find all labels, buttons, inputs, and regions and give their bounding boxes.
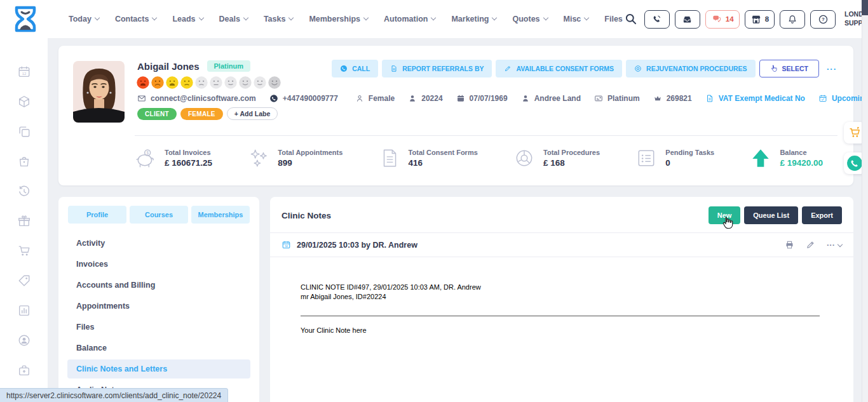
piggy-bank-icon: $ (135, 147, 156, 169)
call-button[interactable]: CALL (332, 60, 378, 77)
profile-more-button[interactable]: ··· (823, 64, 841, 74)
gift-icon[interactable] (17, 214, 31, 228)
scrollbar-thumb[interactable] (862, 0, 868, 15)
briefcase-icon[interactable] (17, 363, 31, 377)
client-membership: Platinum (594, 94, 640, 103)
tab-profile[interactable]: Profile (68, 206, 126, 224)
svg-text:12: 12 (285, 245, 287, 248)
vat-exempt-text: VAT Exempt Medicat No (719, 94, 805, 103)
calendar-icon: 12 (281, 240, 291, 250)
inbox-button[interactable] (675, 10, 700, 29)
sad-face[interactable] (165, 76, 179, 90)
tag-icon[interactable] (17, 274, 31, 288)
mood-scale[interactable] (136, 76, 281, 90)
stat-value: £ 160671.25 (165, 158, 212, 168)
shopping-bag-icon[interactable] (17, 154, 31, 168)
menu-item-appointments[interactable]: Appointments (67, 297, 250, 316)
envelope-icon (137, 94, 146, 103)
cube-icon[interactable] (17, 95, 31, 109)
messages-button[interactable]: 14 (705, 10, 740, 29)
page-scrollbar[interactable] (862, 0, 868, 402)
frown-face[interactable] (151, 76, 165, 90)
nav-files[interactable]: Files (604, 15, 623, 23)
nav-automation[interactable]: Automation (384, 15, 435, 23)
nav-today[interactable]: Today (69, 15, 99, 23)
copy-icon[interactable] (17, 124, 31, 138)
nav-tasks[interactable]: Tasks (264, 15, 294, 23)
report-referrals-button[interactable]: REPORT REFERRALS BY (382, 60, 492, 77)
notifications-button[interactable] (780, 10, 805, 29)
tag-female[interactable]: FEMALE (180, 108, 223, 120)
note-more-button[interactable]: ··· (827, 240, 842, 250)
calendar-icon[interactable]: 12 (17, 65, 31, 79)
note-separator (301, 316, 820, 316)
rejuvenation-procedures-button[interactable]: REJUVENATION PROCEDURES (626, 60, 756, 77)
menu-item-clinic-notes[interactable]: Clinic Notes and Letters (67, 359, 250, 379)
bar-chart-icon[interactable] (17, 304, 31, 318)
grin-face[interactable] (268, 76, 281, 90)
pen-form-icon (504, 65, 512, 72)
unhappy-face[interactable] (180, 76, 194, 90)
tab-memberships[interactable]: Memberships (191, 206, 250, 224)
add-label-button[interactable]: + Add Labe (227, 107, 278, 120)
user-clock-icon[interactable] (17, 333, 31, 347)
phone-circle-icon (269, 94, 278, 103)
angry-face[interactable] (136, 76, 150, 90)
select-button[interactable]: SELECT (759, 60, 819, 77)
nav-leads[interactable]: Leads (172, 15, 203, 23)
history-icon[interactable] (17, 184, 31, 198)
print-icon[interactable] (785, 240, 794, 250)
neutral-face[interactable] (209, 76, 223, 90)
nav-misc[interactable]: Misc (564, 15, 589, 23)
nav-marketing[interactable]: Marketing (451, 15, 496, 23)
person-outline-icon (355, 94, 364, 103)
nav-memberships[interactable]: Memberships (309, 15, 368, 23)
new-note-button[interactable]: New (709, 206, 741, 224)
stat-label: Total Invoices (165, 149, 212, 156)
help-button[interactable]: ? (810, 10, 836, 29)
stat-total-invoices: $ Total Invoices£ 160671.25 (135, 147, 212, 169)
phone-icon (651, 14, 662, 25)
profile-divider (135, 135, 837, 136)
report-referrals-label: REPORT REFERRALS BY (402, 65, 484, 72)
search-button[interactable] (623, 11, 639, 27)
smile-face[interactable] (238, 76, 252, 90)
chevron-down-icon (152, 15, 157, 20)
menu-item-balance[interactable]: Balance (67, 338, 250, 358)
clinicsoftware-logo[interactable] (13, 4, 38, 34)
menu-item-accounts-billing[interactable]: Accounts and Billing (67, 276, 250, 295)
nav-contacts[interactable]: Contacts (115, 15, 156, 23)
menu-item-activity[interactable]: Activity (67, 234, 250, 253)
tag-client[interactable]: CLIENT (137, 108, 177, 120)
available-consent-forms-button[interactable]: AVAILABLE CONSENT FORMS (496, 60, 622, 77)
note-body[interactable]: CLINIC NOTE ID#497, 29/01/2025 10:03 AM,… (270, 257, 853, 335)
dialer-button[interactable] (644, 10, 670, 29)
nav-deals[interactable]: Deals (219, 15, 248, 23)
export-button[interactable]: Export (802, 206, 842, 224)
inbox-tray-icon (681, 14, 693, 25)
menu-item-invoices[interactable]: Invoices (67, 255, 250, 274)
edit-pencil-icon[interactable] (806, 240, 815, 250)
status-url-text: https://server2.clinicsoftware.com/clien… (6, 391, 221, 400)
upcoming-meetings-link[interactable]: Upcoming Meetings (818, 94, 868, 103)
chevron-down-icon (837, 241, 843, 246)
client-photo[interactable] (73, 61, 125, 123)
client-membership-text: Platinum (607, 94, 640, 103)
nav-marketing-label: Marketing (451, 15, 489, 23)
vat-exempt-link[interactable]: VAT Exempt Medicat No (705, 94, 805, 103)
menu-item-files[interactable]: Files (67, 318, 250, 337)
note-date-text: 29/01/2025 10:03 by DR. Andrew (297, 241, 417, 250)
ok-face[interactable] (224, 76, 238, 90)
client-email[interactable]: connect@clinicsoftware.com (137, 94, 256, 103)
meh-face[interactable] (194, 76, 208, 90)
shop-button[interactable]: 8 (745, 10, 775, 29)
nav-quotes[interactable]: Quotes (512, 15, 547, 23)
browser-status-bar: https://server2.clinicsoftware.com/clien… (0, 388, 228, 402)
phone-circle-icon (846, 155, 863, 171)
happy-face[interactable] (253, 76, 267, 90)
cart-icon[interactable] (17, 244, 31, 258)
queue-list-button[interactable]: Queue List (744, 206, 798, 224)
chevron-down-icon (198, 15, 203, 20)
tab-courses[interactable]: Courses (130, 206, 188, 224)
client-phone[interactable]: +447490009777 (269, 94, 338, 103)
